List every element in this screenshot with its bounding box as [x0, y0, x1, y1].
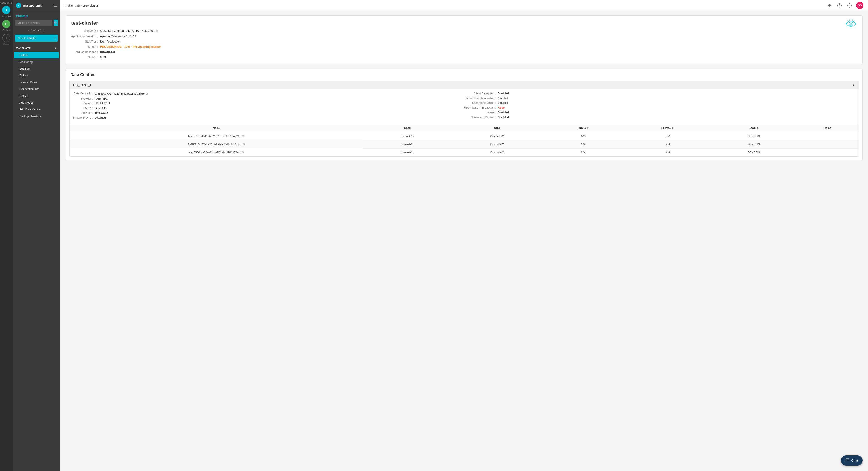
svg-line-7 — [848, 20, 848, 21]
chat-label: Chat — [851, 459, 858, 463]
cluster-test-cluster[interactable]: test-cluster ▲ — [13, 44, 60, 52]
topbar-icons: SS — [827, 2, 864, 9]
sidebar-item-backup-restore[interactable]: Backup / Restore — [14, 113, 59, 119]
svg-line-8 — [849, 20, 850, 21]
private-ip-only-value: Disabled — [94, 116, 464, 120]
public-ip: N/A — [542, 148, 625, 156]
sidebar-header: i instaclustr ☰ — [13, 0, 60, 11]
sidebar-item-delete[interactable]: Delete — [14, 72, 59, 79]
sidebar-item-add-data-centre[interactable]: Add Data Centre — [14, 106, 59, 113]
accounts-label: ACCOUNTS — [0, 2, 13, 4]
next-page-button[interactable]: › — [43, 28, 44, 32]
create-cluster-button[interactable]: Create Cluster + — [15, 35, 58, 41]
col-status: Status — [711, 124, 796, 132]
account-bar: ACCOUNTS I Instaclustr S Shivang + Creat… — [0, 0, 13, 471]
table-row: ae45566b-a78e-42ca-9f7d-0cd94fdf73eb ⧉ u… — [70, 148, 859, 156]
breadcrumb: Instaclustr / test-cluster — [65, 3, 99, 7]
dc-id-value: c088a9f3-7027-4233-8c99-501337f3808e ⧉ — [94, 92, 464, 97]
cluster-search-input[interactable] — [15, 20, 53, 26]
breadcrumb-prefix[interactable]: Instaclustr — [65, 3, 80, 7]
rack: us-east-1a — [363, 132, 452, 141]
user-auth-value: Enabled — [498, 101, 855, 106]
dc-info-grid: Data Centre Id : c088a9f3-7027-4233-8c99… — [70, 89, 859, 122]
data-centres-title: Data Centres — [66, 69, 862, 81]
data-centres-panel: Data Centres US_EAST_1 ▲ Data Centre Id … — [66, 68, 863, 160]
private-ip-broadcast-label: Use Private IP Broadcast : — [464, 106, 498, 110]
roles — [796, 132, 859, 141]
sidebar-item-firewall-rules[interactable]: Firewall Rules — [14, 79, 59, 86]
pwd-auth-value: Enabled — [498, 97, 855, 101]
gift-icon[interactable] — [827, 2, 833, 8]
main-area: Instaclustr / test-cluster — [60, 0, 868, 471]
copy-node-icon[interactable]: ⧉ — [242, 135, 244, 138]
instaclustr-avatar[interactable]: I — [2, 6, 10, 14]
pci-value: DISABLED — [100, 50, 857, 55]
help-icon[interactable] — [836, 2, 843, 8]
public-ip: N/A — [542, 140, 625, 148]
cluster-id-label: Cluster Id : — [71, 29, 100, 34]
col-rack: Rack — [363, 124, 452, 132]
sidebar: i instaclustr ☰ Clusters 🔍 ‹ 1 – 1 of 1 … — [13, 0, 60, 471]
size: t3.small-v2 — [452, 140, 542, 148]
copy-cluster-id-icon[interactable]: ⧉ — [156, 29, 158, 33]
private-ip: N/A — [625, 132, 711, 141]
user-auth-label: User Authorization : — [464, 101, 498, 106]
col-node: Node — [70, 124, 363, 132]
hamburger-icon[interactable]: ☰ — [53, 3, 57, 8]
roles — [796, 140, 859, 148]
copy-dc-id-icon[interactable]: ⧉ — [146, 92, 148, 95]
sidebar-item-details[interactable]: Details — [14, 52, 59, 58]
instaclustr-name: Instaclustr — [2, 15, 11, 17]
copy-node-icon[interactable]: ⧉ — [243, 143, 245, 146]
cluster-info-grid: Cluster Id : 50846bb2-ca98-4fe7-bd3c-155… — [71, 29, 857, 60]
search-row: 🔍 — [13, 20, 60, 28]
status-value: PROVISIONING - 17% - Provisioning cluste… — [100, 45, 857, 49]
shivang-avatar[interactable]: S — [2, 20, 10, 28]
create-cluster-label: Create Cluster — [18, 36, 37, 40]
private-ip-broadcast-value: False — [498, 106, 855, 110]
eye-logo — [844, 20, 858, 29]
user-avatar[interactable]: SS — [856, 2, 864, 9]
shivang-name: Shivang — [3, 29, 10, 31]
chat-button[interactable]: Chat — [841, 455, 863, 466]
search-button[interactable]: 🔍 — [54, 20, 58, 26]
dc-name: US_EAST_1 — [73, 83, 91, 87]
node-id: b8ed70cd-4541-4c72-b755-dafe1984d219 ⧉ — [70, 132, 363, 140]
logo-text: instaclustr — [23, 3, 43, 8]
sidebar-item-add-nodes[interactable]: Add Nodes — [14, 99, 59, 106]
pwd-auth-label: Password Authentication : — [464, 97, 498, 101]
node-table: Node Rack Size Public IP Private IP Stat… — [70, 124, 859, 156]
status: GENESIS — [711, 148, 796, 156]
roles — [796, 148, 859, 156]
sidebar-item-settings[interactable]: Settings — [14, 66, 59, 72]
settings-icon[interactable] — [846, 2, 852, 8]
size: t3.small-v2 — [452, 148, 542, 156]
cluster-item-header: test-cluster ▲ — [16, 45, 57, 51]
prev-page-button[interactable]: ‹ — [28, 28, 29, 32]
sidebar-item-connection-info[interactable]: Connection Info — [14, 86, 59, 92]
provider-label: Provider : — [73, 97, 94, 101]
svg-point-12 — [850, 23, 851, 24]
dc-header[interactable]: US_EAST_1 ▲ — [70, 81, 859, 89]
dc-status-value: GENESIS — [94, 107, 464, 111]
status: GENESIS — [711, 140, 796, 148]
size: t3.small-v2 — [452, 132, 542, 141]
table-row: 9701937a-42e1-42b9-9eb0-7448df4506cb ⧉ u… — [70, 140, 859, 148]
continuous-backup-label: Continuous Backup : — [464, 116, 498, 120]
public-ip: N/A — [542, 132, 625, 141]
node-id: 9701937a-42e1-42b9-9eb0-7448df4506cb ⧉ — [70, 140, 363, 148]
create-account-button[interactable]: + — [2, 34, 10, 42]
status-label: Status : — [71, 45, 100, 49]
breadcrumb-current: test-cluster — [83, 3, 99, 7]
copy-node-icon[interactable]: ⧉ — [242, 151, 244, 154]
sidebar-item-resize[interactable]: Resize — [14, 93, 59, 99]
sidebar-item-monitoring[interactable]: Monitoring — [14, 59, 59, 65]
dc-collapse-icon[interactable]: ▲ — [852, 83, 855, 87]
status: GENESIS — [711, 132, 796, 141]
sla-tier-value: Non-Production — [100, 40, 857, 44]
table-row: b8ed70cd-4541-4c72-b755-dafe1984d219 ⧉ u… — [70, 132, 859, 141]
create-label: Create — [3, 43, 9, 45]
logo-icon: i — [16, 3, 21, 8]
dc-us-east-1: US_EAST_1 ▲ Data Centre Id : c088a9f3-70… — [69, 81, 859, 156]
chevron-up-icon: ▲ — [54, 47, 57, 50]
